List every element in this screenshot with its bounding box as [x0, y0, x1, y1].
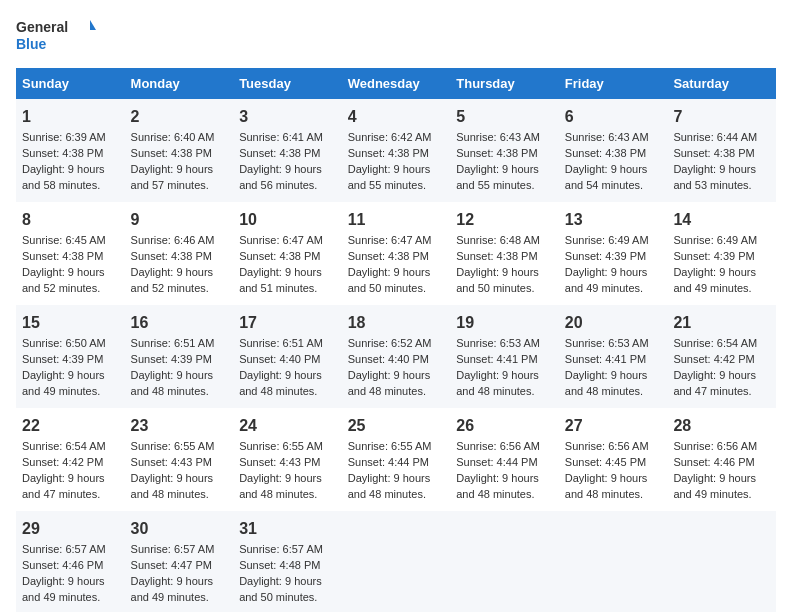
day-info-line: Sunset: 4:38 PM — [456, 146, 553, 162]
day-number: 20 — [565, 311, 662, 334]
day-info-line: and 48 minutes. — [348, 487, 445, 503]
day-number: 3 — [239, 105, 336, 128]
day-info-line: and 49 minutes. — [565, 281, 662, 297]
calendar-cell: 30Sunrise: 6:57 AMSunset: 4:47 PMDayligh… — [125, 511, 234, 612]
calendar-cell — [342, 511, 451, 612]
day-info-line: and 58 minutes. — [22, 178, 119, 194]
day-info-line: Sunset: 4:41 PM — [565, 352, 662, 368]
day-info-line: Sunset: 4:47 PM — [131, 558, 228, 574]
day-info-line: Sunrise: 6:40 AM — [131, 130, 228, 146]
calendar-week-row: 22Sunrise: 6:54 AMSunset: 4:42 PMDayligh… — [16, 408, 776, 511]
day-info-line: Sunrise: 6:56 AM — [565, 439, 662, 455]
day-info-line: and 50 minutes. — [239, 590, 336, 606]
column-header-friday: Friday — [559, 68, 668, 99]
calendar-cell — [667, 511, 776, 612]
day-number: 14 — [673, 208, 770, 231]
day-info-line: Sunset: 4:39 PM — [131, 352, 228, 368]
day-info-line: Daylight: 9 hours — [456, 368, 553, 384]
day-info-line: Sunrise: 6:43 AM — [565, 130, 662, 146]
calendar-cell: 20Sunrise: 6:53 AMSunset: 4:41 PMDayligh… — [559, 305, 668, 408]
day-info-line: Sunset: 4:42 PM — [673, 352, 770, 368]
day-info-line: Sunrise: 6:45 AM — [22, 233, 119, 249]
day-info-line: Daylight: 9 hours — [673, 368, 770, 384]
day-info-line: Daylight: 9 hours — [22, 368, 119, 384]
day-info-line: Sunrise: 6:39 AM — [22, 130, 119, 146]
day-info-line: Sunset: 4:39 PM — [565, 249, 662, 265]
day-info-line: and 57 minutes. — [131, 178, 228, 194]
column-header-tuesday: Tuesday — [233, 68, 342, 99]
calendar-cell: 28Sunrise: 6:56 AMSunset: 4:46 PMDayligh… — [667, 408, 776, 511]
day-info-line: Sunset: 4:46 PM — [22, 558, 119, 574]
day-number: 27 — [565, 414, 662, 437]
calendar-cell: 13Sunrise: 6:49 AMSunset: 4:39 PMDayligh… — [559, 202, 668, 305]
calendar-cell: 9Sunrise: 6:46 AMSunset: 4:38 PMDaylight… — [125, 202, 234, 305]
day-number: 21 — [673, 311, 770, 334]
day-info-line: and 49 minutes. — [131, 590, 228, 606]
day-info-line: and 54 minutes. — [565, 178, 662, 194]
day-info-line: Sunrise: 6:52 AM — [348, 336, 445, 352]
day-info-line: Sunrise: 6:51 AM — [239, 336, 336, 352]
day-info-line: Daylight: 9 hours — [131, 162, 228, 178]
day-info-line: Daylight: 9 hours — [348, 471, 445, 487]
day-info-line: and 48 minutes. — [239, 487, 336, 503]
calendar-cell: 31Sunrise: 6:57 AMSunset: 4:48 PMDayligh… — [233, 511, 342, 612]
day-number: 1 — [22, 105, 119, 128]
svg-marker-2 — [90, 20, 96, 30]
day-info-line: Sunset: 4:38 PM — [131, 146, 228, 162]
day-info-line: and 48 minutes. — [456, 487, 553, 503]
day-info-line: Sunset: 4:38 PM — [239, 146, 336, 162]
calendar-cell: 26Sunrise: 6:56 AMSunset: 4:44 PMDayligh… — [450, 408, 559, 511]
calendar-cell: 5Sunrise: 6:43 AMSunset: 4:38 PMDaylight… — [450, 99, 559, 202]
column-header-monday: Monday — [125, 68, 234, 99]
column-header-wednesday: Wednesday — [342, 68, 451, 99]
svg-text:General: General — [16, 19, 68, 35]
day-info-line: Daylight: 9 hours — [348, 265, 445, 281]
calendar-cell: 12Sunrise: 6:48 AMSunset: 4:38 PMDayligh… — [450, 202, 559, 305]
calendar-cell: 8Sunrise: 6:45 AMSunset: 4:38 PMDaylight… — [16, 202, 125, 305]
day-info-line: Daylight: 9 hours — [565, 368, 662, 384]
day-number: 15 — [22, 311, 119, 334]
day-info-line: Daylight: 9 hours — [456, 471, 553, 487]
day-info-line: Sunrise: 6:46 AM — [131, 233, 228, 249]
day-info-line: Daylight: 9 hours — [456, 162, 553, 178]
day-info-line: and 50 minutes. — [456, 281, 553, 297]
day-number: 19 — [456, 311, 553, 334]
calendar-cell: 25Sunrise: 6:55 AMSunset: 4:44 PMDayligh… — [342, 408, 451, 511]
day-info-line: Sunset: 4:38 PM — [22, 146, 119, 162]
day-info-line: Sunrise: 6:57 AM — [239, 542, 336, 558]
day-info-line: Sunrise: 6:49 AM — [673, 233, 770, 249]
calendar-cell: 4Sunrise: 6:42 AMSunset: 4:38 PMDaylight… — [342, 99, 451, 202]
day-info-line: Sunset: 4:43 PM — [131, 455, 228, 471]
calendar-week-row: 1Sunrise: 6:39 AMSunset: 4:38 PMDaylight… — [16, 99, 776, 202]
day-info-line: and 47 minutes. — [22, 487, 119, 503]
day-info-line: and 48 minutes. — [456, 384, 553, 400]
day-info-line: Sunset: 4:39 PM — [22, 352, 119, 368]
day-info-line: Sunset: 4:44 PM — [348, 455, 445, 471]
day-number: 7 — [673, 105, 770, 128]
calendar-cell: 15Sunrise: 6:50 AMSunset: 4:39 PMDayligh… — [16, 305, 125, 408]
calendar-week-row: 29Sunrise: 6:57 AMSunset: 4:46 PMDayligh… — [16, 511, 776, 612]
day-number: 23 — [131, 414, 228, 437]
day-number: 12 — [456, 208, 553, 231]
day-info-line: Sunrise: 6:57 AM — [22, 542, 119, 558]
day-info-line: Sunrise: 6:48 AM — [456, 233, 553, 249]
column-header-saturday: Saturday — [667, 68, 776, 99]
day-number: 9 — [131, 208, 228, 231]
day-info-line: Daylight: 9 hours — [673, 162, 770, 178]
day-info-line: Daylight: 9 hours — [239, 471, 336, 487]
day-number: 18 — [348, 311, 445, 334]
day-info-line: and 52 minutes. — [22, 281, 119, 297]
day-info-line: Daylight: 9 hours — [131, 265, 228, 281]
column-header-sunday: Sunday — [16, 68, 125, 99]
day-info-line: Sunset: 4:39 PM — [673, 249, 770, 265]
day-number: 25 — [348, 414, 445, 437]
day-number: 8 — [22, 208, 119, 231]
day-info-line: Sunrise: 6:56 AM — [673, 439, 770, 455]
day-number: 4 — [348, 105, 445, 128]
day-info-line: Daylight: 9 hours — [131, 368, 228, 384]
day-info-line: Sunrise: 6:55 AM — [348, 439, 445, 455]
day-number: 10 — [239, 208, 336, 231]
day-info-line: Daylight: 9 hours — [673, 471, 770, 487]
calendar-cell: 23Sunrise: 6:55 AMSunset: 4:43 PMDayligh… — [125, 408, 234, 511]
day-info-line: and 55 minutes. — [456, 178, 553, 194]
